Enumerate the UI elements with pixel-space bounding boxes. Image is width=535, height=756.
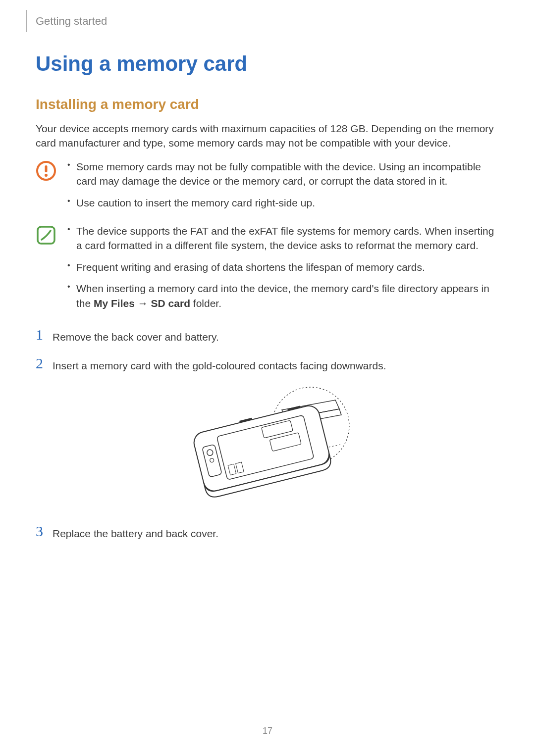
intro-paragraph: Your device accepts memory cards with ma… [36,121,496,151]
step-text: Insert a memory card with the gold-colou… [53,356,496,373]
note-icon [36,225,56,248]
step-text: Replace the battery and back cover. [53,524,496,541]
svg-point-2 [45,174,48,177]
memory-card-illustration [36,385,496,506]
note-item-tail: folder. [190,298,221,309]
page-number: 17 [0,726,535,736]
step-number: 3 [36,524,53,539]
step-number: 1 [36,327,53,342]
steps-list: 1 Remove the back cover and battery. 2 I… [36,327,496,541]
path-sd-card: SD card [151,298,190,309]
header-rule [26,10,27,32]
note-item: The device supports the FAT and the exFA… [65,224,496,253]
path-my-files: My Files [94,298,135,309]
note-list: The device supports the FAT and the exFA… [65,224,496,317]
note-callout: The device supports the FAT and the exFA… [36,224,496,317]
step-number: 2 [36,356,53,371]
svg-rect-1 [45,165,48,172]
caution-callout: Some memory cards may not be fully compa… [36,159,496,217]
step-2: 2 Insert a memory card with the gold-col… [36,356,496,373]
caution-list: Some memory cards may not be fully compa… [65,159,496,217]
note-item: Frequent writing and erasing of data sho… [65,260,496,274]
note-item: When inserting a memory card into the de… [65,281,496,310]
section-subtitle: Installing a memory card [36,97,199,112]
caution-item: Some memory cards may not be fully compa… [65,159,496,189]
header-section-label: Getting started [36,15,107,28]
caution-item: Use caution to insert the memory card ri… [65,196,496,210]
path-arrow-icon: → [138,298,148,309]
page-title: Using a memory card [36,52,247,76]
caution-icon [36,160,56,183]
step-3: 3 Replace the battery and back cover. [36,524,496,541]
step-text: Remove the back cover and battery. [53,327,496,344]
step-1: 1 Remove the back cover and battery. [36,327,496,344]
body-content: Your device accepts memory cards with ma… [36,121,496,553]
